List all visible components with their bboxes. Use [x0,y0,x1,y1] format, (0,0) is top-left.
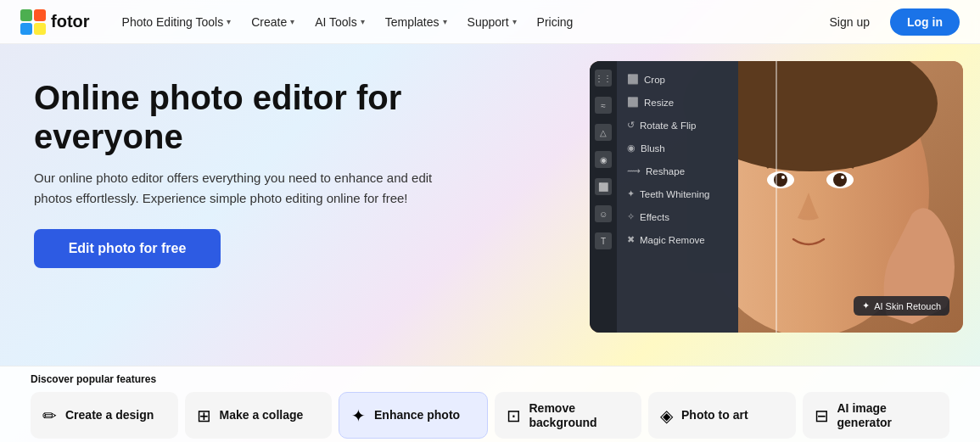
feature-item-create-design[interactable]: ✏ Create a design [31,392,178,439]
nav-item-pricing[interactable]: Pricing [529,10,582,34]
login-button[interactable]: Log in [890,8,960,36]
svg-point-13 [841,176,844,179]
crop-icon: ⬜ [627,74,639,85]
toolbar-adjust-icon[interactable]: ≈ [595,97,612,114]
svg-rect-0 [20,9,32,21]
feature-item-label: Make a collage [220,408,304,422]
svg-point-10 [781,176,785,179]
nav-item-ai-tools[interactable]: AI Tools ▾ [306,10,373,34]
feature-bar: Discover popular features ✏ Create a des… [0,366,980,442]
nav-item-support[interactable]: Support ▾ [459,10,525,34]
logo-text: fotor [51,12,90,31]
chevron-down-icon: ▾ [443,17,447,26]
svg-rect-2 [20,23,32,35]
rotate-icon: ↺ [627,120,635,131]
toolbar-grid-icon[interactable]: ⋮⋮ [595,70,612,87]
chevron-down-icon: ▾ [512,17,517,26]
chevron-down-icon: ▾ [290,17,294,26]
menu-item-blush[interactable]: ◉ Blush [617,137,738,159]
reshape-icon: ⟿ [627,165,641,176]
menu-item-resize[interactable]: ⬜ Resize [617,91,738,114]
teeth-icon: ✦ [627,188,635,199]
hero-image: ⋮⋮ ≈ △ ◉ ⬜ ☺ T ⬜ Crop ⬜ Resize ↺ [590,61,963,333]
feature-bar-heading: Discover popular features [31,373,949,385]
ai-star-icon: ✦ [862,300,870,311]
menu-item-effects[interactable]: ✧ Effects [617,205,738,228]
feature-item-photo-to-art[interactable]: ◈ Photo to art [648,392,796,439]
remove-bg-icon: ⊡ [507,406,521,426]
create-design-icon: ✏ [42,406,57,426]
feature-item-remove-bg[interactable]: ⊡ Remove background [495,392,642,439]
hero-section: Online photo editor for everyone Our onl… [0,44,980,366]
editor-panel: ⋮⋮ ≈ △ ◉ ⬜ ☺ T ⬜ Crop ⬜ Resize ↺ [590,61,738,333]
nav-item-photo-editing[interactable]: Photo Editing Tools ▾ [114,10,240,34]
feature-item-label: Photo to art [681,408,748,422]
navbar: fotor Photo Editing Tools ▾ Create ▾ AI … [0,0,980,44]
edit-photo-cta-button[interactable]: Edit photo for free [34,229,221,268]
menu-item-teeth[interactable]: ✦ Teeth Whitening [617,182,738,205]
chevron-down-icon: ▾ [361,17,365,26]
nav-actions: Sign up Log in [818,8,960,36]
svg-rect-1 [34,9,46,21]
nav-item-templates[interactable]: Templates ▾ [377,10,456,34]
toolbar-retouch-icon[interactable]: ◉ [595,151,612,168]
menu-item-rotate[interactable]: ↺ Rotate & Flip [617,114,738,137]
effects-icon: ✧ [627,211,635,222]
feature-item-enhance-photo[interactable]: ✦ Enhance photo [339,392,488,439]
hero-title: Online photo editor for everyone [34,78,509,156]
feature-items-list: ✏ Create a design ⊞ Make a collage ✦ Enh… [31,392,949,439]
chevron-down-icon: ▾ [227,17,231,26]
nav-item-create[interactable]: Create ▾ [243,10,303,34]
toolbar-text-icon[interactable]: T [595,232,612,249]
nav-links: Photo Editing Tools ▾ Create ▾ AI Tools … [114,10,818,34]
svg-rect-3 [34,23,46,35]
resize-icon: ⬜ [627,97,639,108]
feature-item-make-collage[interactable]: ⊞ Make a collage [185,392,333,439]
logo[interactable]: fotor [20,9,90,35]
collage-icon: ⊞ [197,406,211,426]
svg-point-12 [833,173,847,187]
feature-item-label: Remove background [529,401,630,430]
editor-toolbar: ⋮⋮ ≈ △ ◉ ⬜ ☺ T [590,61,617,333]
enhance-icon: ✦ [351,406,366,426]
feature-item-label: Enhance photo [374,408,460,422]
hero-description: Our online photo editor offers everythin… [34,168,458,209]
hero-content: Online photo editor for everyone Our onl… [34,70,509,349]
ai-skin-retouch-badge: ✦ AI Skin Retouch [854,296,949,316]
photo-art-icon: ◈ [660,406,673,426]
feature-item-label: AI image generator [837,401,938,430]
toolbar-crop-icon[interactable]: ⬜ [595,178,612,195]
feature-item-ai-generator[interactable]: ⊟ AI image generator [803,392,950,439]
magic-icon: ✖ [627,234,635,245]
menu-item-crop[interactable]: ⬜ Crop [617,68,738,91]
menu-item-magic-remove[interactable]: ✖ Magic Remove [617,228,738,251]
feature-item-label: Create a design [65,408,154,422]
toolbar-filter-icon[interactable]: △ [595,124,612,141]
toolbar-sticker-icon[interactable]: ☺ [595,205,612,222]
blush-icon: ◉ [627,143,636,154]
signup-button[interactable]: Sign up [818,10,882,34]
editor-menu-list: ⬜ Crop ⬜ Resize ↺ Rotate & Flip ◉ Blush … [617,61,738,333]
menu-item-reshape[interactable]: ⟿ Reshape [617,159,738,182]
fotor-logo-icon [20,9,46,35]
ai-gen-icon: ⊟ [815,406,829,426]
